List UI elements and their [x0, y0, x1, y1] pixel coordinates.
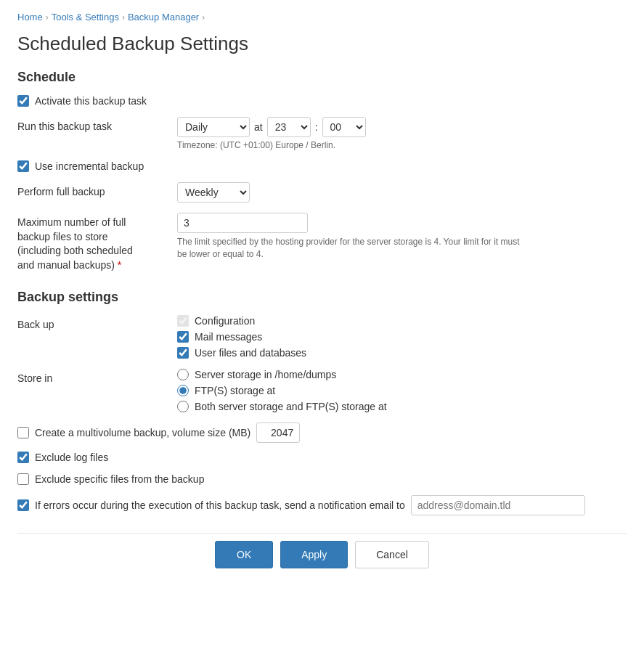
multivolume-checkbox[interactable]	[17, 427, 29, 438]
both-storage-radio[interactable]	[177, 401, 189, 412]
minute-select[interactable]: 00051015 20253035 40455055	[322, 117, 366, 137]
mail-label[interactable]: Mail messages	[195, 331, 262, 343]
breadcrumb-tools[interactable]: Tools & Settings	[52, 12, 119, 23]
backup-settings-title: Backup settings	[17, 290, 627, 305]
full-backup-row: Perform full backup Weekly Daily Monthly	[17, 182, 627, 203]
exclude-log-label[interactable]: Exclude log files	[35, 452, 108, 463]
configuration-checkbox[interactable]	[177, 315, 189, 327]
backup-options-row: Back up Configuration Mail messages User…	[17, 315, 627, 359]
run-backup-row: Run this backup task Daily Weekly Monthl…	[17, 117, 627, 150]
run-label: Run this backup task	[17, 117, 177, 134]
max-backup-hint: The limit specified by the hosting provi…	[177, 236, 526, 261]
store-ftp-row: FTP(S) storage at	[177, 385, 627, 396]
schedule-title: Schedule	[17, 70, 627, 85]
button-row: OK Apply Cancel	[17, 533, 627, 568]
store-label: Store in	[17, 369, 177, 386]
userfiles-label[interactable]: User files and databases	[195, 347, 306, 359]
breadcrumb: Home › Tools & Settings › Backup Manager…	[17, 12, 627, 23]
store-options: Server storage in /home/dumps FTP(S) sto…	[177, 369, 627, 412]
notification-checkbox[interactable]	[17, 499, 29, 511]
server-storage-label[interactable]: Server storage in /home/dumps	[195, 369, 336, 380]
apply-button[interactable]: Apply	[280, 541, 348, 568]
server-storage-radio[interactable]	[177, 369, 189, 380]
backup-settings-section: Backup settings Back up Configuration Ma…	[17, 290, 627, 515]
store-both-row: Both server storage and FTP(S) storage a…	[177, 401, 627, 412]
activate-checkbox[interactable]	[17, 95, 29, 107]
breadcrumb-sep-1: ›	[46, 12, 49, 23]
full-backup-label: Perform full backup	[17, 182, 177, 200]
notification-row: If errors occur during the execution of …	[17, 495, 627, 515]
ftp-storage-label[interactable]: FTP(S) storage at	[195, 385, 275, 396]
breadcrumb-home[interactable]: Home	[17, 12, 43, 23]
ftp-storage-radio[interactable]	[177, 385, 189, 396]
exclude-specific-label[interactable]: Exclude specific files from the backup	[35, 473, 204, 485]
backup-label: Back up	[17, 315, 177, 332]
option-mail-row: Mail messages	[177, 331, 627, 343]
both-storage-label[interactable]: Both server storage and FTP(S) storage a…	[195, 401, 387, 412]
required-star: *	[118, 259, 121, 271]
store-server-row: Server storage in /home/dumps	[177, 369, 627, 380]
mail-checkbox[interactable]	[177, 331, 189, 343]
max-backup-row: Maximum number of fullbackup files to st…	[17, 213, 627, 272]
multivolume-row: Create a multivolume backup, volume size…	[17, 423, 627, 443]
max-backup-label: Maximum number of fullbackup files to st…	[17, 213, 177, 272]
exclude-log-checkbox[interactable]	[17, 452, 29, 463]
breadcrumb-sep-3: ›	[202, 12, 205, 23]
max-backup-controls: 3 The limit specified by the hosting pro…	[177, 213, 627, 261]
cancel-button[interactable]: Cancel	[355, 541, 429, 568]
store-in-row: Store in Server storage in /home/dumps F…	[17, 369, 627, 412]
page-title: Scheduled Backup Settings	[17, 33, 627, 55]
incremental-checkbox[interactable]	[17, 160, 29, 172]
exclude-specific-checkbox[interactable]	[17, 473, 29, 485]
run-controls: Daily Weekly Monthly at 00010203 0405060…	[177, 117, 627, 150]
configuration-label[interactable]: Configuration	[195, 315, 255, 327]
full-backup-controls: Weekly Daily Monthly	[177, 182, 627, 203]
exclude-specific-row: Exclude specific files from the backup	[17, 473, 627, 485]
at-label: at	[254, 121, 263, 133]
incremental-row: Use incremental backup	[17, 160, 627, 172]
hour-select[interactable]: 00010203 04050607 08091011 12131415 1617…	[267, 117, 311, 137]
notification-email-input[interactable]	[411, 495, 585, 515]
exclude-log-row: Exclude log files	[17, 452, 627, 463]
colon-label: :	[315, 121, 318, 133]
breadcrumb-backup-manager[interactable]: Backup Manager	[128, 12, 199, 23]
schedule-section: Schedule Activate this backup task Run t…	[17, 70, 627, 272]
incremental-label[interactable]: Use incremental backup	[35, 160, 144, 172]
activate-label[interactable]: Activate this backup task	[35, 95, 147, 107]
ok-button[interactable]: OK	[215, 541, 273, 568]
backup-checkboxes: Configuration Mail messages User files a…	[177, 315, 627, 359]
timezone-text: Timezone: (UTC +01:00) Europe / Berlin.	[177, 140, 627, 150]
breadcrumb-sep-2: ›	[122, 12, 125, 23]
activate-row: Activate this backup task	[17, 95, 627, 107]
notification-label[interactable]: If errors occur during the execution of …	[35, 499, 405, 511]
run-frequency-select[interactable]: Daily Weekly Monthly	[177, 117, 250, 137]
volume-size-input[interactable]	[256, 423, 300, 443]
userfiles-checkbox[interactable]	[177, 347, 189, 359]
multivolume-label[interactable]: Create a multivolume backup, volume size…	[35, 427, 250, 438]
max-backups-input[interactable]: 3	[177, 213, 308, 233]
option-userfiles-row: User files and databases	[177, 347, 627, 359]
option-configuration-row: Configuration	[177, 315, 627, 327]
full-backup-select[interactable]: Weekly Daily Monthly	[177, 182, 250, 203]
